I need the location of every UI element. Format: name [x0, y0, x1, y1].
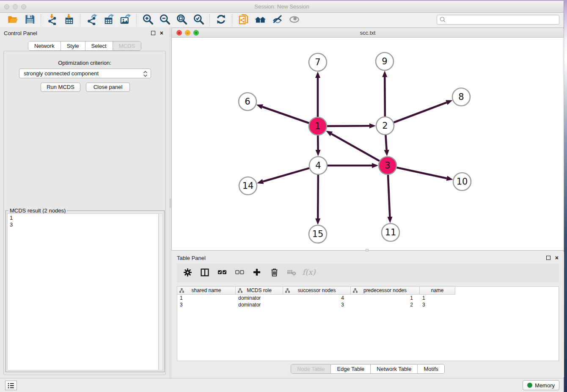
graph-node-14[interactable]: 14: [239, 177, 257, 195]
memory-button[interactable]: Memory: [523, 380, 559, 390]
graph-node-2[interactable]: 2: [376, 117, 394, 135]
column-header-shared-name[interactable]: shared name: [177, 287, 236, 295]
export-table-button[interactable]: [100, 14, 117, 27]
graph-node-10[interactable]: 10: [453, 173, 471, 190]
tab-select[interactable]: Select: [85, 41, 113, 50]
graph-node-7[interactable]: 7: [309, 53, 327, 71]
graph-edge-1-6[interactable]: [256, 105, 309, 123]
node-table-body: 1dominator4113dominator323: [177, 295, 559, 308]
table-cell[interactable]: 3: [177, 301, 236, 308]
table-float-panel-icon[interactable]: [546, 256, 550, 260]
show-hide-panels-button[interactable]: [269, 14, 286, 27]
table-row[interactable]: 3dominator323: [177, 301, 559, 308]
graph-edge-1-7[interactable]: [315, 72, 320, 117]
table-cell[interactable]: 3: [283, 301, 351, 308]
open-session-button[interactable]: [4, 14, 21, 27]
show-graphics-details-icon: [289, 14, 300, 27]
graph-node-1[interactable]: 1: [309, 117, 327, 135]
import-table-button[interactable]: [61, 14, 77, 27]
graph-edge-2-8[interactable]: [394, 100, 453, 122]
graph-node-6[interactable]: 6: [239, 93, 256, 110]
import-network-button[interactable]: [44, 14, 61, 27]
network-resize-handle[interactable]: [366, 249, 369, 251]
table-cell[interactable]: 1: [420, 295, 455, 301]
column-header-label: MCDS role: [247, 287, 272, 293]
graph-edge-3-11[interactable]: [387, 175, 392, 223]
graph-edge-2-9[interactable]: [382, 71, 387, 116]
table-cell[interactable]: 4: [283, 295, 351, 301]
tab-network-table[interactable]: Network Table: [370, 364, 417, 373]
table-cell[interactable]: 1: [177, 295, 236, 301]
open-session-icon: [7, 14, 19, 27]
first-neighbors-button[interactable]: [252, 14, 269, 27]
column-header-name[interactable]: name: [420, 287, 455, 295]
zoom-selected-button[interactable]: [190, 14, 207, 27]
table-cell[interactable]: 3: [420, 301, 455, 308]
criterion-select[interactable]: strongly connected component: [19, 69, 151, 78]
graph-edge-1-2[interactable]: [327, 123, 376, 128]
column-header-predecessor-nodes[interactable]: predecessor nodes: [351, 287, 420, 295]
close-panel-button[interactable]: Close panel: [86, 83, 130, 92]
graph-edge-3-10[interactable]: [397, 168, 453, 181]
show-graphics-details-button[interactable]: [286, 14, 303, 27]
column-header-MCDS-role[interactable]: MCDS role: [236, 287, 283, 295]
graph-node-15[interactable]: 15: [309, 225, 327, 243]
table-panel-title: Table Panel: [177, 255, 206, 261]
svg-text:8: 8: [458, 92, 464, 102]
app-window: Session: New Session Control Panel × Net…: [0, 1, 564, 392]
refresh-button[interactable]: [212, 14, 229, 27]
column-header-label: predecessor nodes: [363, 287, 407, 293]
graph-node-4[interactable]: 4: [309, 157, 327, 174]
table-cell[interactable]: dominator: [236, 301, 283, 308]
tab-motifs[interactable]: Motifs: [417, 364, 444, 373]
zoom-fit-button[interactable]: [173, 14, 190, 27]
table-row[interactable]: 1dominator411: [177, 295, 559, 301]
table-cell[interactable]: dominator: [236, 295, 283, 301]
graph-edge-1-4[interactable]: [316, 135, 321, 156]
save-session-button[interactable]: [21, 14, 38, 27]
table-panel: Table Panel × f(x) shared nameMCDS roles…: [171, 252, 564, 377]
graph-node-11[interactable]: 11: [382, 224, 399, 241]
tab-mcds[interactable]: MCDS: [113, 41, 141, 50]
export-network-button[interactable]: [83, 14, 100, 27]
tab-style[interactable]: Style: [61, 41, 85, 50]
new-network-from-selection-button[interactable]: [235, 14, 252, 27]
deselect-all-button[interactable]: [234, 268, 245, 278]
mcds-result-scrollbar[interactable]: [159, 213, 163, 370]
graph-node-8[interactable]: 8: [452, 88, 470, 106]
tab-node-table[interactable]: Node Table: [291, 364, 331, 373]
table-cell[interactable]: 1: [351, 295, 420, 301]
zoom-out-button[interactable]: [156, 14, 173, 27]
table-options-button[interactable]: [182, 268, 193, 278]
graph-edge-4-3[interactable]: [328, 163, 378, 168]
graph-edge-3-1[interactable]: [326, 131, 380, 161]
close-panel-icon[interactable]: ×: [160, 30, 163, 36]
export-image-button[interactable]: [117, 14, 134, 27]
network-canvas[interactable]: 7968124314101511: [172, 38, 564, 251]
tab-edge-table[interactable]: Edge Table: [330, 364, 370, 373]
graph-edge-2-3[interactable]: [384, 135, 389, 156]
run-mcds-button[interactable]: Run MCDS: [41, 83, 80, 92]
toolbar-separator: [209, 14, 210, 26]
graph-node-9[interactable]: 9: [376, 52, 394, 70]
tab-network[interactable]: Network: [28, 41, 61, 50]
graph-node-3[interactable]: 3: [379, 157, 396, 174]
svg-text:9: 9: [382, 56, 387, 66]
column-header-successor-nodes[interactable]: successor nodes: [283, 287, 351, 295]
delete-row-button[interactable]: [269, 268, 279, 278]
graph-edge-4-15[interactable]: [315, 175, 320, 225]
search-input[interactable]: [446, 16, 559, 24]
table-cell[interactable]: 2: [351, 301, 420, 308]
graph-edge-4-14[interactable]: [257, 168, 309, 184]
column-views-button[interactable]: [200, 268, 210, 278]
table-close-panel-icon[interactable]: ×: [555, 254, 559, 261]
task-history-button[interactable]: [5, 381, 17, 390]
mcds-result-list[interactable]: 13: [7, 213, 159, 370]
control-panel-tabs: NetworkStyleSelectMCDS: [0, 41, 169, 51]
column-header-label: shared name: [191, 287, 221, 293]
select-all-button[interactable]: [217, 268, 227, 278]
float-panel-icon[interactable]: [151, 31, 155, 35]
toolbar-separator: [41, 14, 41, 26]
zoom-in-button[interactable]: [139, 14, 156, 27]
add-row-button[interactable]: [252, 268, 262, 278]
